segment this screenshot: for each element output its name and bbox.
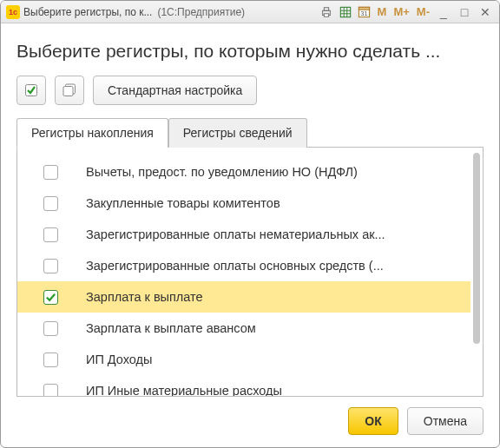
tab-0[interactable]: Регистры накопления — [16, 118, 168, 148]
svg-rect-1 — [324, 7, 328, 10]
footer: ОК Отмена — [16, 397, 484, 435]
standard-settings-button[interactable]: Стандартная настройка — [93, 76, 257, 105]
memory-mminus-button[interactable]: M- — [415, 5, 431, 18]
memory-mplus-button[interactable]: M+ — [391, 5, 411, 18]
print-icon[interactable] — [319, 4, 334, 20]
ok-button[interactable]: ОК — [348, 407, 398, 435]
tab-1[interactable]: Регистры сведений — [168, 118, 307, 148]
check-all-button[interactable] — [16, 76, 46, 105]
list-item-label: Зарплата к выплате авансом — [86, 321, 256, 335]
list-item[interactable]: ИП Иные материальные расходы — [17, 375, 470, 396]
scrollbar[interactable] — [470, 148, 483, 396]
list-item[interactable]: Зарплата к выплате авансом — [17, 313, 470, 344]
app-name: (1С:Предприятие) — [157, 6, 245, 18]
svg-rect-3 — [340, 7, 350, 16]
toolbar: Стандартная настройка — [16, 76, 484, 105]
svg-text:31: 31 — [360, 10, 367, 17]
checkbox[interactable] — [43, 384, 58, 397]
app-logo-icon: 1c — [6, 5, 20, 19]
checkbox[interactable] — [43, 290, 58, 305]
checkbox[interactable] — [43, 352, 58, 367]
checkbox[interactable] — [43, 196, 58, 211]
page-title: Выберите регистры, по которым нужно сдел… — [16, 41, 484, 62]
list-item[interactable]: Зарплата к выплате — [17, 281, 470, 313]
checkbox[interactable] — [43, 259, 58, 273]
maximize-icon[interactable]: □ — [456, 5, 473, 19]
checkbox[interactable] — [43, 227, 58, 242]
list-item[interactable]: Закупленные товары комитентов — [17, 188, 470, 219]
list-item[interactable]: ИП Доходы — [17, 344, 470, 375]
cancel-button[interactable]: Отмена — [407, 407, 484, 435]
uncheck-all-button[interactable] — [55, 76, 84, 105]
window-title: Выберите регистры, по к... — [23, 6, 152, 18]
content-area: Выберите регистры, по которым нужно сдел… — [1, 23, 499, 447]
cancel-label: Отмена — [424, 414, 467, 428]
standard-settings-label: Стандартная настройка — [108, 83, 242, 97]
svg-rect-2 — [324, 13, 328, 16]
calendar-icon[interactable]: 31 — [357, 4, 372, 20]
ok-label: ОК — [365, 414, 381, 428]
spreadsheet-icon[interactable] — [338, 4, 353, 20]
scrollbar-thumb[interactable] — [473, 153, 480, 344]
close-icon[interactable]: ✕ — [477, 5, 494, 19]
list-item-label: Зарегистрированные оплаты нематериальных… — [86, 227, 385, 241]
list-container: Вычеты, предост. по уведомлению НО (НДФЛ… — [16, 148, 484, 397]
list-item[interactable]: Вычеты, предост. по уведомлению НО (НДФЛ… — [17, 156, 470, 188]
list-item[interactable]: Зарегистрированные оплаты нематериальных… — [17, 219, 470, 250]
svg-rect-13 — [63, 87, 73, 96]
memory-m-button[interactable]: M — [376, 5, 389, 18]
list-item-label: Закупленные товары комитентов — [86, 196, 280, 210]
checkbox[interactable] — [43, 165, 58, 180]
checkbox[interactable] — [43, 321, 58, 336]
list-item-label: Вычеты, предост. по уведомлению НО (НДФЛ… — [86, 165, 358, 179]
list-item-label: Зарплата к выплате — [86, 290, 203, 304]
tabs: Регистры накопленияРегистры сведений — [16, 117, 484, 148]
list-item-label: ИП Доходы — [86, 352, 152, 366]
register-list: Вычеты, предост. по уведомлению НО (НДФЛ… — [17, 148, 470, 396]
list-item[interactable]: Зарегистрированные оплаты основных средс… — [17, 250, 470, 281]
list-item-label: ИП Иные материальные расходы — [86, 384, 282, 396]
titlebar: 1c Выберите регистры, по к... (1С:Предпр… — [1, 1, 499, 23]
minimize-icon[interactable]: _ — [435, 5, 452, 19]
list-item-label: Зарегистрированные оплаты основных средс… — [86, 259, 384, 273]
